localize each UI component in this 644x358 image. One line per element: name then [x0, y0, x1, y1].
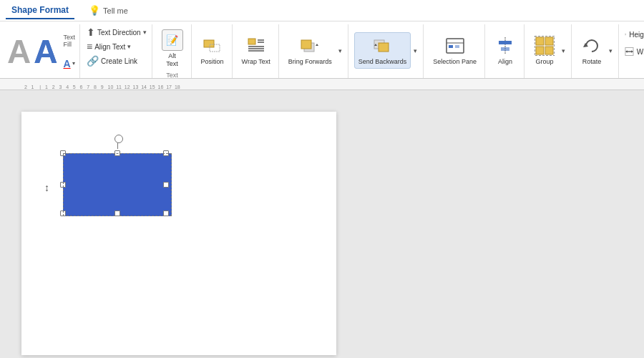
wrap-text-label: Wrap Text	[242, 58, 270, 66]
send-backwards-btn[interactable]: Send Backwards	[354, 32, 411, 69]
text-style-group: A A Text Fill A ▾	[3, 24, 80, 78]
position-label: Position	[201, 58, 224, 66]
svg-rect-9	[301, 40, 311, 49]
alt-text-btn[interactable]: 📝 AltText	[158, 27, 187, 70]
align-text-btn[interactable]: ≡ Align Text ▾	[84, 40, 149, 53]
svg-marker-10	[316, 44, 318, 46]
width-row: Width: ▲ ▼	[625, 44, 644, 59]
resize-cursor-icon: ↕	[44, 182, 49, 193]
rotate-group: Rotate ▾	[573, 24, 619, 78]
text-options-group: ⬆ Text Direction ▾ ≡ Align Text ▾ 🔗 Crea…	[82, 24, 152, 78]
handle-middle-right[interactable]	[163, 182, 169, 188]
group-btn[interactable]: Group	[530, 33, 559, 68]
wrap-text-btn[interactable]: Wrap Text	[238, 33, 274, 68]
title-bar: Shape Format 💡 Tell me	[0, 0, 644, 21]
rotate-label: Rotate	[582, 58, 602, 66]
align-btn[interactable]: Align	[491, 33, 519, 68]
rotate-dropdown[interactable]: ▾	[608, 46, 614, 56]
text-direction-icon: ⬆	[87, 26, 95, 38]
ruler-marks: 2 1 | 1 2 3 4 5 6 7 8 9 10 11 12 13 14 1…	[21, 84, 180, 90]
width-label: Width:	[637, 48, 644, 56]
shape-rect[interactable]	[63, 153, 172, 216]
group-icon	[534, 35, 555, 57]
selection-pane-btn[interactable]: Selection Pane	[429, 33, 480, 68]
bring-forwards-dropdown[interactable]: ▾	[337, 46, 343, 56]
svg-rect-16	[449, 45, 453, 48]
handle-bottom-left[interactable]	[60, 211, 66, 216]
text-direction-caret: ▾	[143, 29, 147, 36]
svg-rect-21	[536, 37, 544, 45]
send-backwards-label: Send Backwards	[358, 58, 407, 66]
text-fill-label: Text Fill	[63, 34, 75, 48]
text-direction-label: Text Direction	[97, 29, 141, 37]
handle-middle-left[interactable]	[60, 182, 66, 188]
align-text-icon: ≡	[87, 41, 92, 52]
svg-rect-2	[248, 39, 255, 44]
shape-container[interactable]: ↕	[57, 147, 172, 219]
handle-bottom-middle[interactable]	[114, 211, 120, 216]
height-label: Height:	[629, 31, 644, 39]
create-link-label: Create Link	[101, 57, 137, 65]
tell-me-box[interactable]: 💡 Tell me	[89, 5, 128, 16]
rotate-handle[interactable]	[114, 135, 123, 143]
canvas-area: ↕	[0, 90, 644, 358]
bring-forwards-btn[interactable]: Bring Forwards	[285, 33, 336, 68]
handle-top-right[interactable]	[163, 150, 169, 156]
selection-pane-label: Selection Pane	[433, 58, 477, 66]
rotate-icon	[581, 35, 602, 57]
wrap-text-icon	[245, 35, 267, 57]
svg-rect-19	[499, 41, 512, 44]
selection-pane-icon	[444, 35, 466, 57]
svg-rect-17	[455, 45, 459, 48]
bring-forwards-icon	[299, 35, 321, 57]
align-group: Align	[487, 24, 525, 78]
alt-text-icon: 📝	[162, 29, 183, 51]
wordart-a-filled[interactable]: A	[34, 35, 56, 68]
handle-top-middle[interactable]	[114, 150, 120, 156]
text-fill-color-btn[interactable]: A ▾	[63, 58, 74, 69]
alt-text-group: 📝 AltText Text	[154, 24, 192, 78]
shape-selection-box	[57, 147, 172, 219]
width-icon	[625, 47, 634, 57]
svg-rect-12	[379, 43, 389, 52]
bring-forwards-label: Bring Forwards	[288, 58, 332, 66]
create-link-icon: 🔗	[87, 55, 99, 67]
handle-bottom-right[interactable]	[163, 211, 169, 216]
send-backwards-dropdown[interactable]: ▾	[412, 46, 419, 56]
svg-rect-0	[204, 40, 214, 47]
wordart-a-outline[interactable]: A	[7, 35, 29, 68]
alt-text-items: 📝 AltText	[158, 26, 187, 72]
rotate-btn[interactable]: Rotate	[577, 33, 606, 68]
group-dropdown[interactable]: ▾	[560, 46, 567, 56]
svg-rect-20	[501, 47, 509, 51]
align-label: Align	[498, 58, 512, 66]
height-row: Height: ▲ ▼ 🔒	[625, 27, 644, 42]
a-outline-icon: A	[7, 35, 29, 68]
ruler: 2 1 | 1 2 3 4 5 6 7 8 9 10 11 12 13 14 1…	[0, 79, 644, 90]
text-fill-controls: Text Fill A ▾	[60, 34, 75, 69]
height-icon	[625, 29, 626, 39]
position-btn[interactable]: Position	[197, 33, 228, 68]
text-fill-dropdown-icon: ▾	[72, 60, 75, 67]
lightbulb-icon: 💡	[89, 5, 100, 16]
group-group: Group ▾	[526, 24, 572, 78]
document-page: ↕	[21, 112, 336, 355]
create-link-btn[interactable]: 🔗 Create Link	[84, 54, 149, 67]
bring-forwards-group: Bring Forwards ▾	[280, 24, 348, 78]
align-icon	[494, 35, 516, 57]
alt-text-label: AltText	[166, 52, 178, 68]
tab-shape-format[interactable]: Shape Format	[6, 2, 74, 19]
handle-top-left[interactable]	[60, 150, 66, 156]
position-group: Position	[193, 24, 233, 78]
svg-rect-24	[545, 47, 553, 54]
svg-rect-22	[545, 37, 553, 45]
align-text-caret: ▾	[127, 43, 131, 50]
size-group: Height: ▲ ▼ 🔒 Width: ▲	[620, 24, 644, 78]
send-backwards-group: Send Backwards ▾	[350, 24, 424, 78]
tell-me-label: Tell me	[103, 6, 128, 15]
align-text-label: Align Text	[94, 43, 125, 51]
text-direction-btn[interactable]: ⬆ Text Direction ▾	[84, 26, 149, 39]
svg-rect-23	[536, 47, 544, 54]
send-backwards-icon	[372, 35, 394, 57]
a-filled-icon: A	[34, 35, 56, 68]
